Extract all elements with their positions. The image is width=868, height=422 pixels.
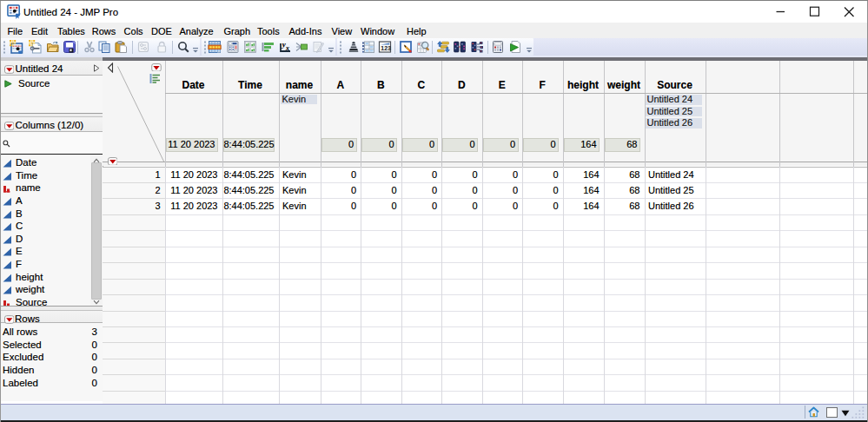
svg-text:x: x <box>285 44 289 52</box>
svg-text:123: 123 <box>381 45 391 51</box>
